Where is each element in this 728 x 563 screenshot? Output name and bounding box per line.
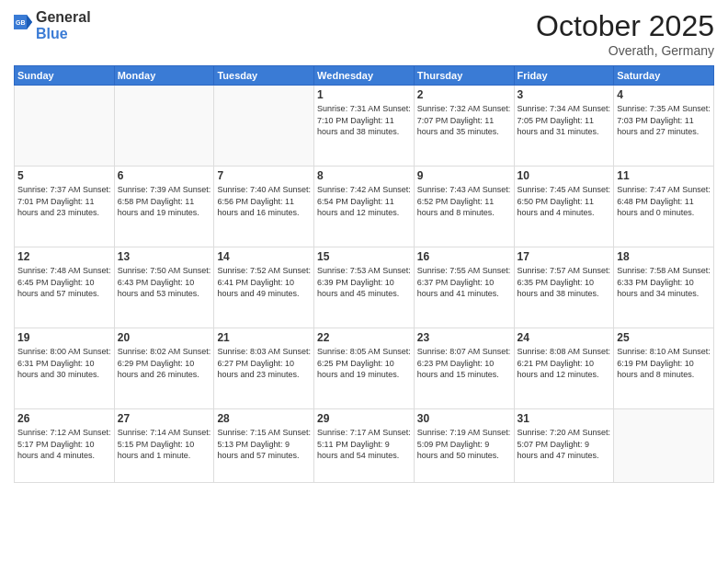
- logo: GB General Blue: [14, 9, 91, 41]
- day-number: 22: [317, 331, 411, 344]
- table-row: 22Sunrise: 8:05 AM Sunset: 6:25 PM Dayli…: [314, 328, 415, 409]
- col-sunday: Sunday: [15, 66, 115, 86]
- day-number: 31: [518, 412, 611, 425]
- table-row: 11Sunrise: 7:47 AM Sunset: 6:48 PM Dayli…: [614, 167, 714, 247]
- day-info: Sunrise: 7:14 AM Sunset: 5:15 PM Dayligh…: [118, 427, 211, 462]
- day-number: 20: [118, 331, 211, 344]
- table-row: 14Sunrise: 7:52 AM Sunset: 6:41 PM Dayli…: [214, 247, 314, 328]
- svg-marker-1: [27, 15, 32, 29]
- table-row: [214, 86, 314, 167]
- table-row: 25Sunrise: 8:10 AM Sunset: 6:19 PM Dayli…: [614, 328, 714, 409]
- day-info: Sunrise: 8:03 AM Sunset: 6:27 PM Dayligh…: [217, 346, 311, 381]
- table-row: 3Sunrise: 7:34 AM Sunset: 7:05 PM Daylig…: [514, 86, 614, 167]
- table-row: 8Sunrise: 7:42 AM Sunset: 6:54 PM Daylig…: [314, 167, 415, 247]
- col-saturday: Saturday: [614, 66, 714, 86]
- day-number: 29: [317, 412, 411, 425]
- day-info: Sunrise: 7:35 AM Sunset: 7:03 PM Dayligh…: [617, 103, 711, 138]
- day-number: 27: [118, 412, 211, 425]
- day-number: 2: [417, 88, 511, 101]
- col-thursday: Thursday: [414, 66, 514, 86]
- day-info: Sunrise: 7:34 AM Sunset: 7:05 PM Dayligh…: [518, 103, 611, 138]
- day-number: 19: [17, 331, 111, 344]
- day-number: 14: [217, 250, 311, 263]
- title-block: October 2025 Overath, Germany: [536, 9, 714, 58]
- calendar-week-row: 12Sunrise: 7:48 AM Sunset: 6:45 PM Dayli…: [15, 247, 714, 328]
- table-row: 18Sunrise: 7:58 AM Sunset: 6:33 PM Dayli…: [614, 247, 714, 328]
- month-title: October 2025: [536, 9, 714, 43]
- day-info: Sunrise: 7:55 AM Sunset: 6:37 PM Dayligh…: [417, 265, 511, 300]
- calendar-week-row: 1Sunrise: 7:31 AM Sunset: 7:10 PM Daylig…: [15, 86, 714, 167]
- day-number: 16: [417, 250, 511, 263]
- day-info: Sunrise: 7:42 AM Sunset: 6:54 PM Dayligh…: [317, 184, 411, 219]
- calendar-week-row: 26Sunrise: 7:12 AM Sunset: 5:17 PM Dayli…: [15, 409, 714, 483]
- table-row: 7Sunrise: 7:40 AM Sunset: 6:56 PM Daylig…: [214, 167, 314, 247]
- day-info: Sunrise: 7:15 AM Sunset: 5:13 PM Dayligh…: [217, 427, 311, 462]
- table-row: 30Sunrise: 7:19 AM Sunset: 5:09 PM Dayli…: [414, 409, 514, 483]
- day-number: 26: [17, 412, 111, 425]
- table-row: 10Sunrise: 7:45 AM Sunset: 6:50 PM Dayli…: [514, 167, 614, 247]
- day-number: 15: [317, 250, 411, 263]
- table-row: 15Sunrise: 7:53 AM Sunset: 6:39 PM Dayli…: [314, 247, 415, 328]
- day-number: 21: [217, 331, 311, 344]
- table-row: 12Sunrise: 7:48 AM Sunset: 6:45 PM Dayli…: [15, 247, 115, 328]
- table-row: [15, 86, 115, 167]
- table-row: 19Sunrise: 8:00 AM Sunset: 6:31 PM Dayli…: [15, 328, 115, 409]
- day-info: Sunrise: 7:20 AM Sunset: 5:07 PM Dayligh…: [518, 427, 611, 462]
- day-number: 10: [518, 169, 611, 182]
- logo-text: General Blue: [36, 9, 91, 41]
- day-info: Sunrise: 7:12 AM Sunset: 5:17 PM Dayligh…: [17, 427, 111, 462]
- day-number: 12: [17, 250, 111, 263]
- day-info: Sunrise: 7:52 AM Sunset: 6:41 PM Dayligh…: [217, 265, 311, 300]
- page: GB General Blue October 2025 Overath, Ge…: [0, 0, 728, 563]
- table-row: 13Sunrise: 7:50 AM Sunset: 6:43 PM Dayli…: [114, 247, 214, 328]
- table-row: 1Sunrise: 7:31 AM Sunset: 7:10 PM Daylig…: [314, 86, 415, 167]
- day-info: Sunrise: 7:19 AM Sunset: 5:09 PM Dayligh…: [417, 427, 511, 462]
- logo-blue: Blue: [36, 26, 91, 42]
- location: Overath, Germany: [536, 43, 714, 58]
- calendar-week-row: 5Sunrise: 7:37 AM Sunset: 7:01 PM Daylig…: [15, 167, 714, 247]
- day-info: Sunrise: 7:57 AM Sunset: 6:35 PM Dayligh…: [518, 265, 611, 300]
- day-info: Sunrise: 7:53 AM Sunset: 6:39 PM Dayligh…: [317, 265, 411, 300]
- day-number: 1: [317, 88, 411, 101]
- day-info: Sunrise: 7:37 AM Sunset: 7:01 PM Dayligh…: [17, 184, 111, 219]
- day-info: Sunrise: 8:00 AM Sunset: 6:31 PM Dayligh…: [17, 346, 111, 381]
- header: GB General Blue October 2025 Overath, Ge…: [14, 9, 714, 58]
- day-info: Sunrise: 7:39 AM Sunset: 6:58 PM Dayligh…: [118, 184, 211, 219]
- day-number: 23: [417, 331, 511, 344]
- day-info: Sunrise: 7:17 AM Sunset: 5:11 PM Dayligh…: [317, 427, 411, 462]
- table-row: 26Sunrise: 7:12 AM Sunset: 5:17 PM Dayli…: [15, 409, 115, 483]
- day-info: Sunrise: 7:45 AM Sunset: 6:50 PM Dayligh…: [518, 184, 611, 219]
- logo-icon: GB: [14, 15, 32, 37]
- calendar: Sunday Monday Tuesday Wednesday Thursday…: [14, 65, 714, 483]
- col-wednesday: Wednesday: [314, 66, 415, 86]
- table-row: 29Sunrise: 7:17 AM Sunset: 5:11 PM Dayli…: [314, 409, 415, 483]
- col-tuesday: Tuesday: [214, 66, 314, 86]
- table-row: 2Sunrise: 7:32 AM Sunset: 7:07 PM Daylig…: [414, 86, 514, 167]
- table-row: [614, 409, 714, 483]
- table-row: 4Sunrise: 7:35 AM Sunset: 7:03 PM Daylig…: [614, 86, 714, 167]
- day-number: 11: [617, 169, 711, 182]
- col-friday: Friday: [514, 66, 614, 86]
- table-row: 17Sunrise: 7:57 AM Sunset: 6:35 PM Dayli…: [514, 247, 614, 328]
- day-number: 17: [518, 250, 611, 263]
- table-row: 24Sunrise: 8:08 AM Sunset: 6:21 PM Dayli…: [514, 328, 614, 409]
- col-monday: Monday: [114, 66, 214, 86]
- table-row: 28Sunrise: 7:15 AM Sunset: 5:13 PM Dayli…: [214, 409, 314, 483]
- table-row: 21Sunrise: 8:03 AM Sunset: 6:27 PM Dayli…: [214, 328, 314, 409]
- day-info: Sunrise: 7:50 AM Sunset: 6:43 PM Dayligh…: [118, 265, 211, 300]
- day-number: 8: [317, 169, 411, 182]
- calendar-header-row: Sunday Monday Tuesday Wednesday Thursday…: [15, 66, 714, 86]
- day-number: 24: [518, 331, 611, 344]
- day-info: Sunrise: 7:48 AM Sunset: 6:45 PM Dayligh…: [17, 265, 111, 300]
- day-info: Sunrise: 8:05 AM Sunset: 6:25 PM Dayligh…: [317, 346, 411, 381]
- day-number: 28: [217, 412, 311, 425]
- day-info: Sunrise: 7:32 AM Sunset: 7:07 PM Dayligh…: [417, 103, 511, 138]
- day-number: 4: [617, 88, 711, 101]
- day-number: 3: [518, 88, 611, 101]
- table-row: 5Sunrise: 7:37 AM Sunset: 7:01 PM Daylig…: [15, 167, 115, 247]
- day-info: Sunrise: 8:10 AM Sunset: 6:19 PM Dayligh…: [617, 346, 711, 381]
- table-row: 16Sunrise: 7:55 AM Sunset: 6:37 PM Dayli…: [414, 247, 514, 328]
- day-info: Sunrise: 7:47 AM Sunset: 6:48 PM Dayligh…: [617, 184, 711, 219]
- table-row: 20Sunrise: 8:02 AM Sunset: 6:29 PM Dayli…: [114, 328, 214, 409]
- day-number: 6: [118, 169, 211, 182]
